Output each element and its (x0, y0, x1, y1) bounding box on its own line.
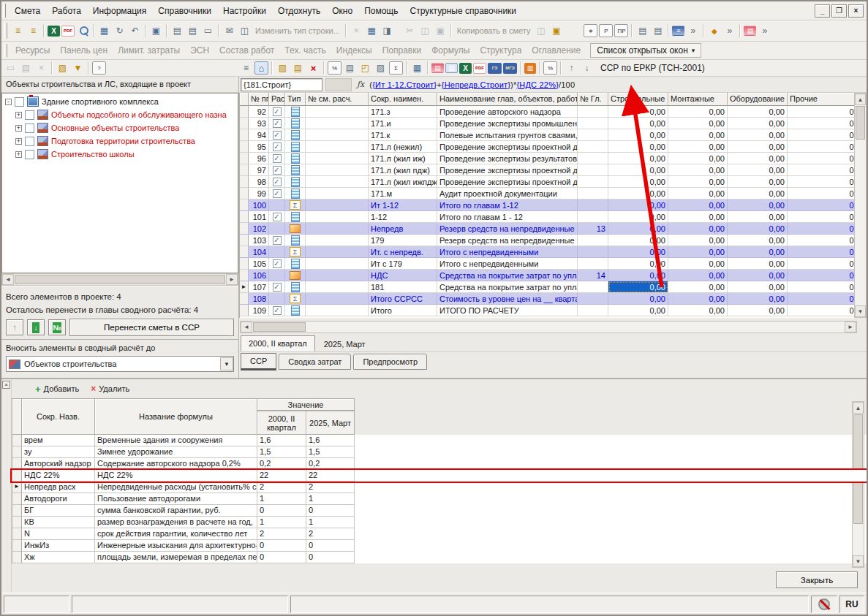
cell-value-q2000[interactable]: 22 (257, 470, 306, 482)
tree-checkbox[interactable] (25, 150, 34, 159)
cell-value[interactable]: 0,00 (788, 141, 854, 153)
cell-ref[interactable] (306, 141, 369, 153)
cell-value[interactable]: 0,00 (608, 258, 668, 270)
view-panel-button[interactable]: Лимит. затраты (118, 45, 180, 56)
cell-abbr[interactable]: 171.к (369, 129, 437, 141)
cell-value[interactable]: 0,00 (668, 211, 728, 223)
move-down-icon[interactable]: ↓ (580, 61, 594, 75)
percent-card-icon[interactable]: % (328, 61, 341, 75)
cell-ref[interactable] (306, 199, 369, 211)
price-level-tab[interactable]: 2025, Март (317, 337, 373, 351)
numbering-button[interactable]: № (48, 319, 66, 335)
scroll-right-icon[interactable]: ► (226, 274, 238, 285)
cell-ref[interactable] (306, 258, 369, 270)
menu-item[interactable]: Работа (46, 3, 87, 19)
cell-ref[interactable] (306, 106, 369, 118)
cell-abbr[interactable]: 171.и (369, 118, 437, 129)
cell-chapter[interactable] (578, 141, 608, 153)
view-panel-button[interactable]: Оглавление (532, 45, 581, 56)
cell-ref[interactable] (306, 153, 369, 164)
cell-reference-box[interactable]: {181.Строит} (241, 78, 322, 91)
cell-abbr[interactable]: Автодороги (22, 493, 95, 505)
cell-num[interactable]: 101 (249, 211, 269, 223)
cell-type[interactable] (285, 188, 306, 199)
cell-value[interactable]: 0,00 (788, 106, 854, 118)
cell-value-q2000[interactable]: 1 (257, 517, 306, 528)
books-icon[interactable]: ▤ (744, 26, 756, 36)
cell-value[interactable]: 0,00 (668, 129, 728, 141)
checkbox-checked-icon[interactable]: ✓ (273, 131, 282, 140)
row-marker[interactable] (12, 458, 22, 470)
formulas-vertical-scrollbar[interactable]: ▲ ▼ (852, 401, 864, 568)
cell-value[interactable]: 0,00 (728, 153, 788, 164)
cell-num[interactable]: 95 (249, 141, 269, 153)
cell-abbr[interactable]: 181 (369, 281, 437, 293)
cell-num[interactable]: 106 (249, 270, 269, 281)
cell-abbr[interactable]: N (22, 528, 95, 540)
cell-chapter[interactable] (578, 118, 608, 129)
excel-icon[interactable]: X (48, 26, 60, 37)
cell-abbr[interactable]: зу (22, 446, 95, 458)
row-marker[interactable] (240, 153, 249, 164)
cell-value[interactable]: 0,00 (728, 211, 788, 223)
cell-value[interactable]: 0,00 (728, 235, 788, 246)
cell-value-q2000[interactable]: 2 (257, 528, 306, 540)
cell-value[interactable]: 0,00 (728, 129, 788, 141)
cell-checkbox[interactable]: ✓ (269, 281, 285, 293)
cell-type[interactable] (285, 118, 306, 129)
cell-type[interactable] (285, 164, 306, 176)
cell-checkbox[interactable]: ✓ (269, 129, 285, 141)
scroll-thumb[interactable] (853, 414, 863, 524)
cell-value-q2000[interactable]: 1,5 (257, 446, 306, 458)
books-pink-icon[interactable]: ▤ (431, 63, 444, 73)
checkbox-checked-icon[interactable]: ✓ (273, 306, 282, 315)
cell-value-2025[interactable]: 1,5 (306, 446, 355, 458)
cell-type[interactable] (285, 305, 306, 316)
xml-ge-icon[interactable]: ГЭ (488, 63, 502, 74)
scroll-up-icon[interactable]: ▲ (855, 94, 866, 105)
cell-chapter[interactable]: 13 (578, 223, 608, 235)
cell-chapter[interactable] (578, 258, 608, 270)
row-marker[interactable] (240, 270, 249, 281)
row-marker[interactable] (240, 258, 249, 270)
note-new-icon[interactable]: ▤ (291, 61, 305, 75)
scroll-up-icon[interactable]: ▲ (853, 402, 864, 414)
cell-value[interactable]: 0,00 (668, 305, 728, 316)
menu-item[interactable]: Справочники (152, 3, 217, 19)
cell-checkbox[interactable] (269, 223, 285, 235)
refresh-icon[interactable]: ↻ (113, 24, 127, 37)
cell-abbr[interactable]: 171.л (нежил) (369, 141, 437, 153)
cell-ref[interactable] (306, 270, 369, 281)
send-icon[interactable]: ✉ (222, 24, 236, 37)
cell-name[interactable]: Итого по главам 1-12 (437, 199, 578, 211)
unlock-icon[interactable]: ▣ (149, 24, 163, 37)
cell-value[interactable]: 0,00 (668, 281, 728, 293)
scroll-left-icon[interactable]: ◄ (2, 274, 14, 285)
cell-formula-name[interactable]: площадь земли, измеремая в пределах пе (95, 552, 257, 563)
folder-new-icon[interactable]: ▨ (276, 61, 290, 75)
overflow-chevron2-icon[interactable]: » (722, 24, 736, 37)
scroll-thumb[interactable] (15, 275, 225, 284)
cell-num[interactable]: 105 (249, 258, 269, 270)
cell-type[interactable] (285, 153, 306, 164)
cell-chapter[interactable] (578, 106, 608, 118)
cell-abbr[interactable]: врем (22, 435, 95, 446)
view-panel-button[interactable]: Структура (480, 45, 521, 56)
cell-formula-name[interactable]: Зимнее удорожание (95, 446, 257, 458)
cell-type[interactable]: Σ (285, 199, 306, 211)
tree-expander-icon[interactable]: - (5, 99, 12, 105)
menu-item[interactable]: Окно (326, 3, 358, 19)
recalc-icon[interactable]: ∗ (584, 24, 597, 37)
cell-value[interactable]: 0,00 (788, 270, 854, 281)
delete-row-icon[interactable]: × (306, 61, 320, 75)
cell-value[interactable]: 0,00 (668, 199, 728, 211)
cell-checkbox[interactable]: ✓ (269, 164, 285, 176)
cell-name[interactable]: Средства на покрытие затрат по уплат (437, 270, 578, 281)
cell-type[interactable] (285, 129, 306, 141)
cell-abbr[interactable]: 171.м (369, 188, 437, 199)
tree-checkbox[interactable] (15, 97, 24, 107)
tree-node-child[interactable]: +Основные объекты строительства (4, 121, 238, 134)
cell-formula-name[interactable]: Инженерные изыскания для архитектурно- (95, 540, 257, 552)
cell-value[interactable]: 0,00 (788, 199, 854, 211)
cell-value[interactable]: 0,00 (788, 129, 854, 141)
